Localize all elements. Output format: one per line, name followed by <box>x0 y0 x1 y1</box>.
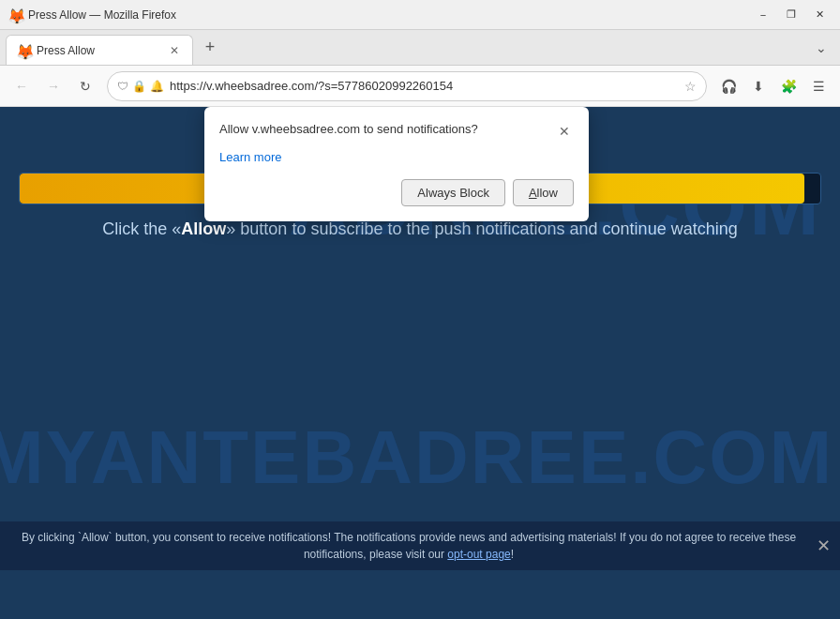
learn-more-link[interactable]: Learn more <box>219 150 574 164</box>
navbar: ← → ↻ 🛡 🔒 🔔 https://v.wheebsadree.com/?s… <box>0 66 840 107</box>
tabbar: 🦊 Press Allow ✕ + ⌄ <box>0 30 840 66</box>
bottom-bar: By clicking `Allow` button, you consent … <box>0 521 840 570</box>
close-button[interactable]: ✕ <box>806 4 832 26</box>
url-display: https://v.wheebsadree.com/?s=57786020992… <box>170 79 679 93</box>
popup-header: Allow v.wheebsadree.com to send notifica… <box>219 122 574 141</box>
page-content: ADREE.COM MYANTEBADREE.COM 98% Click the… <box>0 107 840 570</box>
bottom-bar-end: ! <box>511 548 514 561</box>
titlebar-controls: − ❐ ✕ <box>750 4 832 26</box>
popup-close-button[interactable]: ✕ <box>555 122 574 141</box>
always-block-button[interactable]: Always Block <box>401 179 505 206</box>
downloads-button[interactable]: ⬇ <box>744 72 772 100</box>
restore-button[interactable]: ❐ <box>778 4 804 26</box>
active-tab[interactable]: 🦊 Press Allow ✕ <box>6 35 193 65</box>
allow-button[interactable]: Allow <box>513 179 574 206</box>
lock-icon: 🔒 <box>132 80 146 93</box>
new-tab-button[interactable]: + <box>197 35 223 61</box>
back-button[interactable]: ← <box>8 72 36 100</box>
firefox-icon: 🦊 <box>8 8 22 23</box>
tab-favicon: 🦊 <box>16 43 31 58</box>
page-instructions: Click the «Allow» button to subscribe to… <box>0 219 840 239</box>
allow-label: Allow <box>529 186 558 200</box>
bottom-bar-close-button[interactable]: ✕ <box>817 536 831 556</box>
instruction-text: Click the «Allow» button to subscribe to… <box>102 219 737 238</box>
tab-close-button[interactable]: ✕ <box>166 42 183 59</box>
popup-title: Allow v.wheebsadree.com to send notifica… <box>219 122 555 136</box>
bookmark-star[interactable]: ☆ <box>684 79 697 94</box>
tab-expand-button[interactable]: ⌄ <box>808 35 834 61</box>
pocket-button[interactable]: 🎧 <box>714 72 742 100</box>
address-bar[interactable]: 🛡 🔒 🔔 https://v.wheebsadree.com/?s=57786… <box>107 71 707 101</box>
notification-popup: Allow v.wheebsadree.com to send notifica… <box>204 107 589 221</box>
always-block-label: Always Block <box>417 186 489 200</box>
forward-button[interactable]: → <box>39 72 68 100</box>
popup-buttons: Always Block Allow <box>219 179 574 206</box>
instruction-allow-bold: Allow <box>181 219 226 238</box>
opt-out-link[interactable]: opt-out page <box>447 548 510 561</box>
bottom-bar-message: By clicking `Allow` button, you consent … <box>22 531 796 561</box>
extensions-button[interactable]: 🧩 <box>774 72 802 100</box>
watermark-bottom: MYANTEBADREE.COM <box>0 420 833 495</box>
titlebar: 🦊 Press Allow — Mozilla Firefox − ❐ ✕ <box>0 0 840 30</box>
minimize-button[interactable]: − <box>750 4 776 26</box>
tab-title: Press Allow <box>37 44 160 57</box>
refresh-button[interactable]: ↻ <box>71 72 99 100</box>
window-title: Press Allow — Mozilla Firefox <box>28 8 176 22</box>
notification-icon: 🔔 <box>150 80 164 93</box>
titlebar-left: 🦊 Press Allow — Mozilla Firefox <box>8 8 176 23</box>
bottom-bar-text: By clicking `Allow` button, you consent … <box>15 529 802 563</box>
more-button[interactable]: ☰ <box>804 72 832 100</box>
shield-icon: 🛡 <box>117 80 128 93</box>
nav-right-buttons: 🎧 ⬇ 🧩 ☰ <box>714 72 832 100</box>
address-icons: 🛡 🔒 🔔 <box>117 80 164 93</box>
